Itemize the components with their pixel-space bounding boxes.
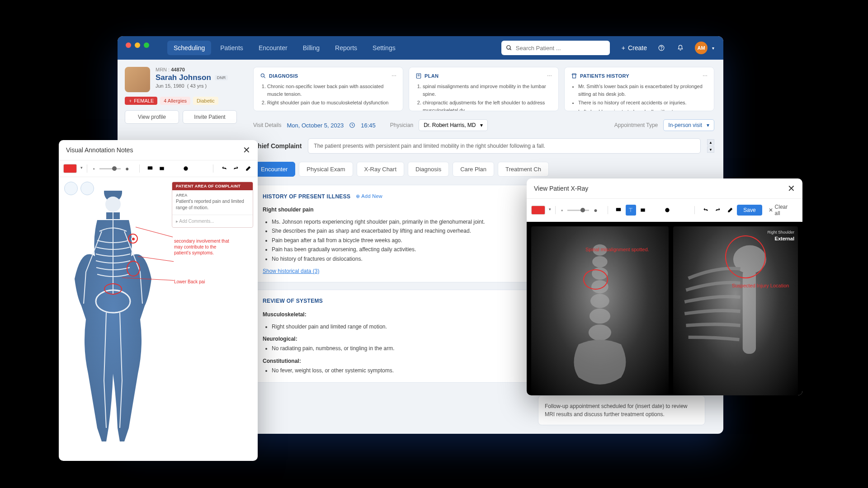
svg-point-28 xyxy=(590,294,609,308)
draw-tool[interactable] xyxy=(674,205,684,216)
tab-xray-chart[interactable]: X-Ray Chart xyxy=(357,162,405,177)
svg-rect-20 xyxy=(616,208,621,211)
search-patient-box[interactable] xyxy=(501,41,610,55)
comment-tool[interactable] xyxy=(145,163,155,174)
user-avatar[interactable]: AM xyxy=(695,42,708,54)
back-marker[interactable] xyxy=(104,283,122,295)
close-window[interactable] xyxy=(126,42,131,48)
followup-note: Follow-up appointment scheduled for (ins… xyxy=(538,395,705,425)
card-menu[interactable]: ⋯ xyxy=(703,73,708,79)
color-picker[interactable] xyxy=(63,164,77,173)
add-comment-input[interactable]: ▸ Add Comments... xyxy=(172,215,253,227)
view-profile-button[interactable]: View profile xyxy=(125,110,179,124)
annotation-panel: Visual Annotation Notes ✕ ● ● xyxy=(59,140,258,461)
scroll-down-button[interactable]: ▼ xyxy=(707,146,714,153)
help-icon[interactable] xyxy=(657,43,666,52)
dnr-badge: DNR xyxy=(215,75,228,80)
plan-card: PLAN⋯ spinal misalignments and improve m… xyxy=(409,67,559,111)
chevron-down-icon[interactable]: ▾ xyxy=(712,46,714,51)
complaint-area-box: PATIENT AREA OF COMPLAINT AREA Patient's… xyxy=(172,182,253,228)
visit-time: 16:45 xyxy=(361,122,376,129)
show-historical-link[interactable]: Show historical data (3) xyxy=(263,268,319,274)
invite-patient-button[interactable]: Invite Patient xyxy=(183,110,237,124)
color-picker[interactable] xyxy=(531,206,545,215)
search-icon xyxy=(506,45,512,51)
svg-line-1 xyxy=(510,49,511,50)
line-tool[interactable] xyxy=(169,163,179,174)
svg-point-23 xyxy=(665,208,669,212)
undo-button[interactable] xyxy=(219,163,229,174)
rectangle-tool[interactable] xyxy=(157,163,167,174)
bell-icon[interactable] xyxy=(676,43,685,52)
circle-tool[interactable] xyxy=(181,163,191,174)
visit-date: Mon, October 5, 2023 xyxy=(287,122,344,129)
nav-scheduling[interactable]: Scheduling xyxy=(167,41,211,55)
scroll-up-button[interactable]: ▲ xyxy=(707,139,714,145)
redo-button[interactable] xyxy=(712,205,723,216)
brush-size-slider[interactable] xyxy=(99,168,121,169)
rectangle-tool[interactable] xyxy=(638,205,648,216)
close-icon[interactable]: ✕ xyxy=(788,184,795,193)
tab-care-plan[interactable]: Care Plan xyxy=(453,162,494,177)
xray-spine-image[interactable]: Spinal misalignment spotted. xyxy=(531,226,669,395)
eraser-tool[interactable] xyxy=(243,163,253,174)
nav-billing[interactable]: Billing xyxy=(297,41,326,55)
condition-tag[interactable]: Diabetic xyxy=(193,97,218,105)
encounter-tabs: Encounter Physical Exam X-Ray Chart Diag… xyxy=(253,162,714,177)
tab-physical-exam[interactable]: Physical Exam xyxy=(299,162,353,177)
body-illustration[interactable]: secondary involvement that may contribut… xyxy=(59,177,167,460)
circle-tool[interactable] xyxy=(662,205,673,216)
text-tool[interactable] xyxy=(193,163,203,174)
visit-details-bar: Visit Details Mon, October 5, 2023 16:45… xyxy=(253,119,714,131)
xray-title: View Patient X-Ray xyxy=(534,185,588,192)
undo-button[interactable] xyxy=(700,205,711,216)
tab-treatment[interactable]: Treatment Ch xyxy=(498,162,549,177)
card-menu[interactable]: ⋯ xyxy=(547,73,552,79)
physician-select[interactable]: Dr. Robert Harris, MD▾ xyxy=(419,119,488,131)
create-button[interactable]: + Create xyxy=(622,44,647,52)
clear-all-button[interactable]: ✕ Clear all xyxy=(764,202,798,219)
maximize-window[interactable] xyxy=(144,42,149,48)
svg-point-25 xyxy=(592,256,607,267)
skeleton-figure xyxy=(61,191,165,444)
eraser-tool[interactable] xyxy=(725,205,735,216)
appointment-type-select[interactable]: In-person visit▾ xyxy=(663,119,714,131)
nav-settings[interactable]: Settings xyxy=(366,41,402,55)
brush-size-slider[interactable] xyxy=(567,210,589,211)
window-controls xyxy=(126,42,149,48)
line-tool[interactable] xyxy=(650,205,660,216)
patient-photo xyxy=(125,67,150,92)
search-patient-input[interactable] xyxy=(516,45,605,52)
xray-panel: View Patient X-Ray ✕ ● ● Save ✕ Clear al… xyxy=(527,178,802,395)
shoulder-annotation-label: secondary involvement that may contribut… xyxy=(174,238,233,256)
tab-encounter[interactable]: Encounter xyxy=(253,162,295,177)
back-annotation-label: Lower Back pai xyxy=(174,279,233,285)
add-new-hpi[interactable]: ⊕ Add New xyxy=(356,193,382,199)
minimize-window[interactable] xyxy=(135,42,140,48)
allergy-tag[interactable]: 4 Allergies xyxy=(160,97,190,105)
svg-point-0 xyxy=(507,46,510,49)
spine-annotation-circle[interactable] xyxy=(583,269,608,290)
arm-marker[interactable] xyxy=(127,261,140,277)
nav-encounter[interactable]: Encounter xyxy=(252,41,294,55)
shoulder-annotation-circle[interactable] xyxy=(725,235,766,278)
top-nav: Scheduling Patients Encounter Billing Re… xyxy=(118,36,723,60)
text-tool[interactable] xyxy=(626,205,636,216)
patient-card: MRN : 44870 Sarah Johnson DNR Jun 15, 19… xyxy=(125,67,237,92)
redo-button[interactable] xyxy=(231,163,241,174)
comment-tool[interactable] xyxy=(613,205,624,216)
save-button[interactable]: Save xyxy=(737,205,762,216)
nav-patients[interactable]: Patients xyxy=(214,41,250,55)
svg-rect-21 xyxy=(641,209,645,212)
nav-reports[interactable]: Reports xyxy=(329,41,363,55)
svg-point-30 xyxy=(589,324,611,341)
chief-complaint-input[interactable]: The patient presents with persistent pai… xyxy=(308,138,701,154)
tab-diagnosis[interactable]: Diagnosis xyxy=(408,162,449,177)
close-icon[interactable]: ✕ xyxy=(243,145,250,155)
xray-image-tag: Right ShoulderExternal xyxy=(767,230,794,242)
card-menu[interactable]: ⋯ xyxy=(392,73,396,79)
xray-shoulder-image[interactable]: Right ShoulderExternal Suspected Injury … xyxy=(673,226,798,395)
shoulder-marker[interactable] xyxy=(128,234,138,244)
history-card: PATIENTS HISTORY⋯ Mr. Smith's lower back… xyxy=(564,67,714,111)
clock-icon xyxy=(349,122,355,128)
